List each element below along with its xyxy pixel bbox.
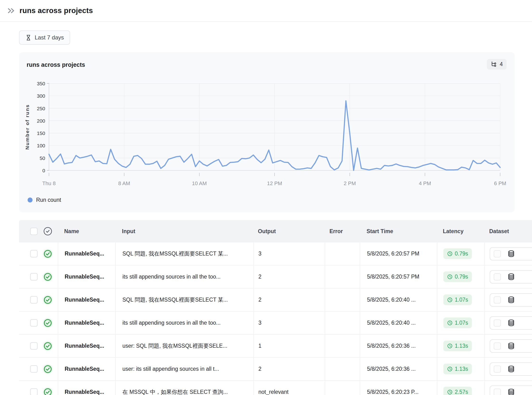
col-header-input[interactable]: Input xyxy=(115,228,253,235)
run-output: 3 xyxy=(253,312,325,334)
col-header-name[interactable]: Name xyxy=(58,228,115,235)
run-start-time: 5/8/2025, 6:20:36 ... xyxy=(360,335,437,357)
run-start-time: 5/8/2025, 6:20:36 ... xyxy=(360,358,437,380)
run-output: not_relevant xyxy=(253,381,325,395)
run-output: 3 xyxy=(253,242,325,265)
time-range-label: Last 7 days xyxy=(35,34,64,41)
svg-text:50: 50 xyxy=(40,155,45,161)
clock-icon xyxy=(447,251,453,257)
run-output: 1 xyxy=(253,335,325,357)
run-name[interactable]: RunnableSeq... xyxy=(58,265,115,288)
svg-text:12 PM: 12 PM xyxy=(267,180,282,186)
runs-chart-card: runs across projects 4 05010015020025030… xyxy=(19,52,515,212)
database-icon xyxy=(508,342,515,350)
run-name[interactable]: RunnableSeq... xyxy=(58,242,115,265)
svg-text:300: 300 xyxy=(37,93,45,99)
dataset-control[interactable] xyxy=(490,316,532,330)
run-error xyxy=(325,289,360,311)
col-header-dataset[interactable]: Dataset xyxy=(484,228,532,235)
row-checkbox[interactable] xyxy=(30,365,38,373)
col-header-start-time[interactable]: Start Time xyxy=(360,228,437,235)
dataset-checkbox[interactable] xyxy=(494,366,501,373)
run-start-time: 5/8/2025, 6:20:57 PM xyxy=(360,242,437,265)
dataset-control[interactable] xyxy=(490,339,532,353)
col-header-latency[interactable]: Latency xyxy=(437,228,484,235)
run-start-time: 5/8/2025, 6:20:40 ... xyxy=(360,289,437,311)
row-checkbox[interactable] xyxy=(30,250,38,257)
dataset-checkbox[interactable] xyxy=(494,319,501,327)
latency-badge: 1.07s xyxy=(443,295,472,305)
table-row[interactable]: RunnableSeq...SQL 問題, 我在MSSQL裡面要SELECT 某… xyxy=(19,289,532,312)
page-title: runs across projects xyxy=(20,6,93,15)
run-input: user: SQL 問題, 我在MSSQL裡面要SELE... xyxy=(115,335,253,357)
table-row[interactable]: RunnableSeq...在 MSSQL 中，如果你想在 SELECT 查詢.… xyxy=(19,381,532,395)
row-checkbox[interactable] xyxy=(30,342,38,350)
dataset-control[interactable] xyxy=(490,385,532,395)
status-success-icon xyxy=(43,364,53,374)
clock-icon xyxy=(447,297,453,302)
run-name[interactable]: RunnableSeq... xyxy=(58,381,115,395)
svg-text:350: 350 xyxy=(37,81,45,86)
latency-badge: 1.13s xyxy=(443,364,472,374)
svg-text:4 PM: 4 PM xyxy=(419,180,431,186)
latency-badge: 2.57s xyxy=(443,387,472,395)
dataset-control[interactable] xyxy=(490,293,532,307)
run-error xyxy=(325,242,360,265)
svg-text:0: 0 xyxy=(42,168,45,173)
table-row[interactable]: RunnableSeq...user: SQL 問題, 我在MSSQL裡面要SE… xyxy=(19,335,532,358)
collapse-sidebar-icon[interactable] xyxy=(7,6,16,15)
run-name[interactable]: RunnableSeq... xyxy=(58,358,115,380)
svg-text:200: 200 xyxy=(37,118,45,124)
dataset-checkbox[interactable] xyxy=(494,389,501,395)
dataset-checkbox[interactable] xyxy=(494,296,501,303)
col-header-error[interactable]: Error xyxy=(325,228,360,235)
clock-icon xyxy=(447,320,453,326)
run-name[interactable]: RunnableSeq... xyxy=(58,335,115,357)
run-output: 2 xyxy=(253,265,325,288)
dataset-control[interactable] xyxy=(490,270,532,284)
status-success-icon xyxy=(43,249,53,259)
row-checkbox[interactable] xyxy=(30,319,38,327)
table-row[interactable]: RunnableSeq...user: its still appending … xyxy=(19,358,532,381)
row-checkbox[interactable] xyxy=(30,388,38,395)
clock-icon xyxy=(447,343,453,349)
run-input: its still appending sources in all the t… xyxy=(115,265,253,288)
run-error xyxy=(325,312,360,334)
status-success-icon xyxy=(43,272,53,282)
dataset-checkbox[interactable] xyxy=(494,273,501,280)
dataset-checkbox[interactable] xyxy=(494,250,501,257)
run-output: 2 xyxy=(253,289,325,311)
table-row[interactable]: RunnableSeq...SQL 問題, 我在MSSQL裡面要SELECT 某… xyxy=(19,242,532,265)
time-range-button[interactable]: Last 7 days xyxy=(19,30,70,45)
table-row[interactable]: RunnableSeq...its still appending source… xyxy=(19,265,532,289)
legend-label: Run count xyxy=(36,197,61,203)
latency-badge: 1.13s xyxy=(443,340,472,351)
table-body: RunnableSeq...SQL 問題, 我在MSSQL裡面要SELECT 某… xyxy=(19,242,532,395)
dataset-checkbox[interactable] xyxy=(494,342,501,350)
runs-line-chart[interactable]: 050100150200250300350Thu 88 AM10 AM12 PM… xyxy=(19,62,515,204)
latency-badge: 0.79s xyxy=(443,271,472,282)
svg-text:2 PM: 2 PM xyxy=(344,180,356,186)
run-name[interactable]: RunnableSeq... xyxy=(58,312,115,334)
latency-badge: 0.79s xyxy=(443,248,472,259)
run-start-time: 5/8/2025, 6:20:23 P... xyxy=(360,381,437,395)
chart-legend: Run count xyxy=(27,197,61,203)
run-input: SQL 問題, 我在MSSQL裡面要SELECT 某... xyxy=(115,242,253,265)
database-icon xyxy=(508,388,515,395)
status-column-icon[interactable] xyxy=(38,226,58,236)
dataset-control[interactable] xyxy=(490,362,532,376)
run-error xyxy=(325,358,360,380)
row-checkbox[interactable] xyxy=(30,296,38,303)
legend-dot xyxy=(27,198,33,203)
select-all-checkbox[interactable] xyxy=(30,228,38,235)
col-header-output[interactable]: Output xyxy=(253,228,325,235)
run-start-time: 5/8/2025, 6:20:40 ... xyxy=(360,312,437,334)
database-icon xyxy=(508,250,515,257)
row-checkbox[interactable] xyxy=(30,273,38,280)
run-error xyxy=(325,335,360,357)
run-name[interactable]: RunnableSeq... xyxy=(58,289,115,311)
table-row[interactable]: RunnableSeq...its still appending source… xyxy=(19,312,532,335)
runs-table: Name Input Output Error Start Time Laten… xyxy=(19,220,532,395)
dataset-control[interactable] xyxy=(490,247,532,260)
run-input: 在 MSSQL 中，如果你想在 SELECT 查詢... xyxy=(115,381,253,395)
